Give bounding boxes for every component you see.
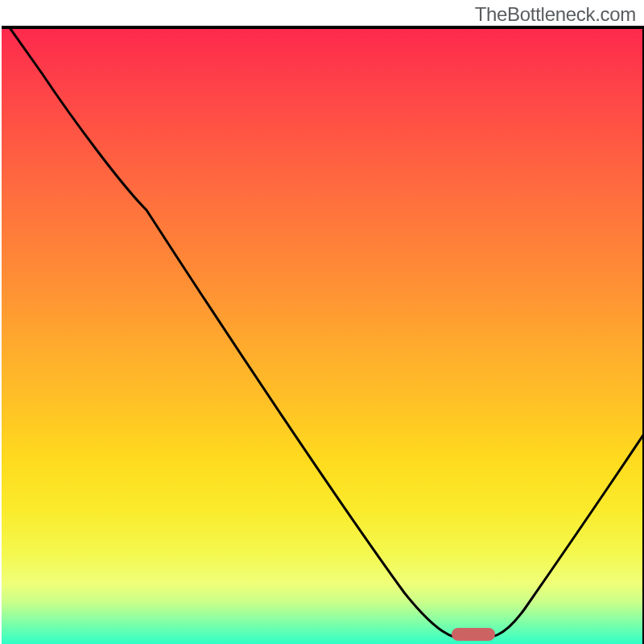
- watermark-text: TheBottleneck.com: [475, 3, 636, 26]
- chart-gradient-background: [2, 29, 642, 644]
- chart-plot-area: [2, 26, 644, 644]
- optimal-marker: [452, 628, 495, 641]
